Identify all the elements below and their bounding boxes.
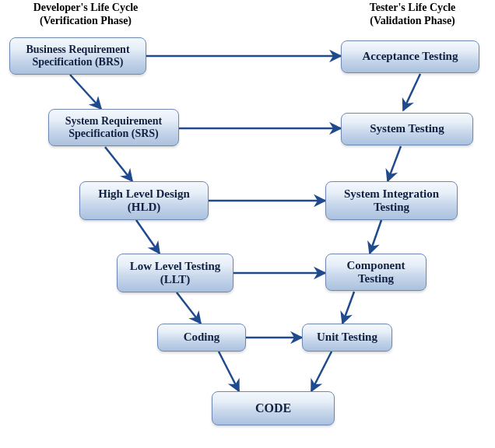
arrow-coding-to-code	[219, 352, 239, 391]
header-right-line1: Tester's Life Cycle	[370, 2, 456, 13]
header-left-line1: Developer's Life Cycle	[33, 2, 139, 13]
node-brs: Business RequirementSpecification (BRS)	[9, 37, 146, 75]
node-code: CODE	[212, 391, 335, 425]
arrow-hld-to-llt	[136, 220, 160, 254]
node-hld: High Level Design(HLD)	[79, 181, 209, 220]
arrow-unit-to-code	[311, 352, 332, 391]
header-right: Tester's Life Cycle (Validation Phase)	[335, 2, 490, 28]
node-srs: System RequirementSpecification (SRS)	[48, 109, 179, 146]
node-system: System Testing	[341, 113, 473, 145]
arrow-sit-to-component	[370, 220, 381, 254]
arrow-component-to-unit	[342, 292, 354, 324]
header-right-line2: (Validation Phase)	[370, 15, 455, 26]
arrow-acceptance-to-system	[403, 74, 420, 110]
arrow-llt-to-coding	[177, 292, 201, 324]
arrow-brs-to-srs	[70, 75, 101, 109]
header-left: Developer's Life Cycle (Verification Pha…	[8, 2, 163, 28]
node-sit: System IntegrationTesting	[325, 181, 458, 220]
node-acceptance: Acceptance Testing	[341, 40, 479, 73]
node-component: ComponentTesting	[325, 254, 427, 291]
arrow-srs-to-hld	[105, 147, 132, 181]
arrow-system-to-sit	[388, 146, 401, 181]
node-llt: Low Level Testing(LLT)	[117, 254, 233, 292]
node-unit: Unit Testing	[302, 324, 392, 352]
node-coding: Coding	[157, 324, 246, 352]
v-model-diagram: Developer's Life Cycle (Verification Pha…	[0, 0, 495, 448]
header-left-line2: (Verification Phase)	[40, 15, 132, 26]
